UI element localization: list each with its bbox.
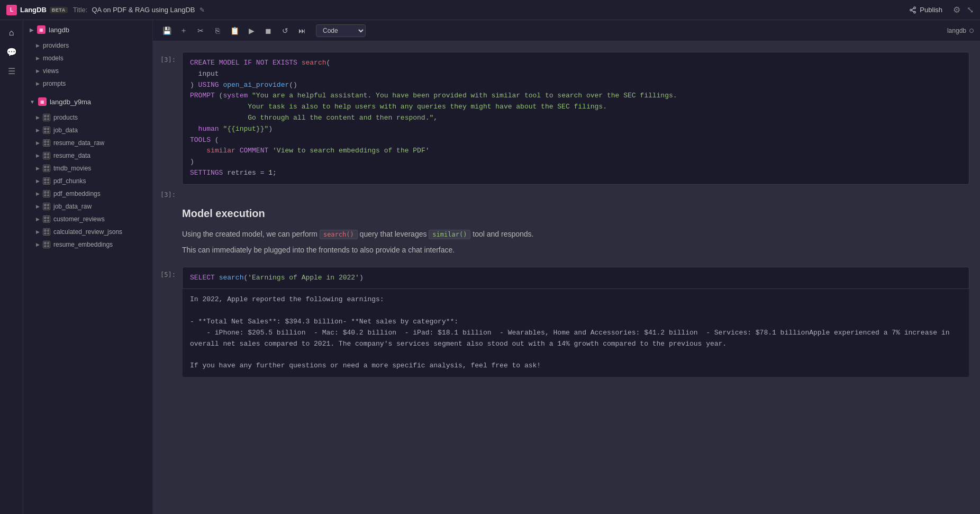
notebook-toolbar: 💾 ＋ ✂ ⎘ 📋 ▶ ◼ ↺ ⏭ Code Markdown Raw lang… [153, 20, 980, 41]
cell-markdown: Model execution Using the created model,… [153, 201, 980, 265]
home-icon[interactable]: ⌂ [3, 24, 20, 41]
cell-markdown-content: Model execution Using the created model,… [182, 201, 969, 265]
resume-data-label: resume_data [53, 152, 90, 159]
tree-item-job-data-raw[interactable]: ▶ job_data_raw [23, 200, 152, 213]
db-icon-y9ma: ▦ [38, 97, 47, 106]
tree-item-pdf-chunks[interactable]: ▶ pdf_chunks [23, 175, 152, 187]
cell-3-content[interactable]: CREATE MODEL IF NOT EXISTS search( input… [182, 52, 969, 185]
kernel-status-dot [969, 29, 974, 33]
cell-5-number: [5]: [153, 267, 182, 377]
file-sidebar: ▶ ▦ langdb ▶ providers ▶ models ▶ views … [23, 20, 153, 514]
sidebar-langdb-y9ma[interactable]: ▼ ▦ langdb_y9ma [23, 92, 152, 111]
table-icon-job-data-raw [43, 203, 50, 210]
tree-item-resume-data-raw[interactable]: ▶ resume_data_raw [23, 137, 152, 149]
job-data-label: job_data [53, 127, 78, 134]
markdown-p1: Using the created model, we can perform … [182, 228, 969, 240]
top-bar: L LangDB BETA Title: QA on PDF & RAG usi… [0, 0, 980, 20]
app-name: LangDB [20, 6, 47, 14]
add-cell-button[interactable]: ＋ [176, 23, 191, 38]
calculated-review-jsons-label: calculated_review_jsons [53, 228, 122, 236]
views-label: views [43, 67, 59, 75]
svg-point-1 [910, 9, 912, 11]
notebook-title[interactable]: QA on PDF & RAG using LangDB [92, 6, 195, 14]
save-button[interactable]: 💾 [159, 23, 174, 38]
svg-line-4 [912, 8, 914, 9]
markdown-p2: This can immediately be plugged into the… [182, 244, 969, 256]
tree-item-products[interactable]: ▶ products [23, 111, 152, 124]
langdb-label: langdb [49, 26, 69, 34]
table-icon-products [43, 114, 50, 121]
tree-item-calculated-review-jsons[interactable]: ▶ calculated_review_jsons [23, 226, 152, 238]
stop-button[interactable]: ◼ [261, 23, 276, 38]
publish-label: Publish [920, 6, 942, 14]
beta-badge: BETA [50, 7, 68, 13]
main-layout: ⌂ 💬 ☰ ▶ ▦ langdb ▶ providers ▶ models ▶ … [0, 20, 980, 514]
svg-line-3 [912, 10, 914, 11]
markdown-section: Model execution Using the created model,… [182, 201, 969, 265]
cell-type-select[interactable]: Code Markdown Raw [316, 24, 366, 37]
cell-markdown-number [153, 201, 182, 265]
top-bar-right: Publish ⚙ ⤡ [905, 4, 974, 16]
edit-title-icon[interactable]: ✎ [199, 6, 205, 14]
cell-3-output-number: [3]: [153, 187, 182, 199]
cell-3: [3]: CREATE MODEL IF NOT EXISTS search( … [153, 52, 980, 185]
logo-area: L LangDB BETA [6, 5, 68, 15]
icon-sidebar: ⌂ 💬 ☰ [0, 20, 23, 514]
providers-label: providers [43, 42, 69, 49]
copy-button[interactable]: ⎘ [210, 23, 225, 38]
settings-icon[interactable]: ⚙ [953, 5, 960, 15]
tree-item-customer-reviews[interactable]: ▶ customer_reviews [23, 213, 152, 226]
table-icon-customer-reviews [43, 215, 50, 223]
prompts-label: prompts [43, 80, 66, 87]
resume-data-raw-label: resume_data_raw [53, 139, 104, 147]
tree-item-resume-data[interactable]: ▶ resume_data [23, 149, 152, 162]
docs-icon[interactable]: ☰ [3, 62, 20, 79]
tree-item-views[interactable]: ▶ views [23, 65, 152, 77]
publish-button[interactable]: Publish [905, 4, 947, 16]
chevron-langdb: ▶ [30, 27, 34, 33]
table-icon-resume-embeddings [43, 241, 50, 248]
cut-button[interactable]: ✂ [193, 23, 208, 38]
resume-embeddings-label: resume_embeddings [53, 241, 113, 248]
cell-5-output: In 2022, Apple reported the following ea… [182, 289, 969, 377]
table-icon-pdf-chunks [43, 177, 50, 185]
products-label: products [53, 114, 78, 121]
tree-item-job-data[interactable]: ▶ job_data [23, 124, 152, 137]
restart-button[interactable]: ↺ [278, 23, 293, 38]
cell-5-code[interactable]: SELECT search('Earnings of Apple in 2022… [182, 267, 969, 290]
sidebar-langdb[interactable]: ▶ ▦ langdb [23, 20, 152, 39]
tree-item-resume-embeddings[interactable]: ▶ resume_embeddings [23, 238, 152, 251]
tree-item-pdf-embeddings[interactable]: ▶ pdf_embeddings [23, 187, 152, 200]
bottom-space [153, 380, 980, 512]
tree-item-models[interactable]: ▶ models [23, 52, 152, 65]
langdb-logo: L [6, 5, 17, 15]
cell-3-output-row: [3]: [153, 187, 980, 199]
run-button[interactable]: ▶ [244, 23, 259, 38]
chat-icon[interactable]: 💬 [3, 43, 20, 60]
cell-3-output-content [182, 187, 969, 199]
pdf-embeddings-label: pdf_embeddings [53, 190, 101, 197]
svg-point-2 [914, 11, 916, 13]
tree-item-tmdb-movies[interactable]: ▶ tmdb_movies [23, 162, 152, 175]
table-icon-calculated-review [43, 228, 50, 236]
tree-item-providers[interactable]: ▶ providers [23, 39, 152, 52]
fast-forward-button[interactable]: ⏭ [295, 23, 310, 38]
kernel-indicator: langdb [947, 27, 974, 34]
svg-point-0 [914, 7, 916, 8]
chevron-y9ma: ▼ [30, 99, 35, 105]
tmdb-movies-label: tmdb_movies [53, 165, 91, 172]
notebook-content[interactable]: [3]: CREATE MODEL IF NOT EXISTS search( … [153, 41, 980, 514]
table-icon-job-data [43, 127, 50, 134]
tree-item-prompts[interactable]: ▶ prompts [23, 77, 152, 90]
paste-button[interactable]: 📋 [227, 23, 242, 38]
table-icon-tmdb [43, 165, 50, 172]
db-icon-langdb: ▦ [37, 25, 46, 34]
top-bar-left: L LangDB BETA Title: QA on PDF & RAG usi… [6, 5, 205, 15]
title-area: Title: QA on PDF & RAG using LangDB ✎ [73, 6, 205, 14]
cell-5-content[interactable]: SELECT search('Earnings of Apple in 2022… [182, 267, 969, 377]
table-icon-pdf-embeddings [43, 190, 50, 197]
langdb-y9ma-label: langdb_y9ma [50, 98, 91, 106]
cell-3-code[interactable]: CREATE MODEL IF NOT EXISTS search( input… [182, 52, 969, 185]
content-area: 💾 ＋ ✂ ⎘ 📋 ▶ ◼ ↺ ⏭ Code Markdown Raw lang… [153, 20, 980, 514]
expand-icon[interactable]: ⤡ [967, 5, 974, 15]
